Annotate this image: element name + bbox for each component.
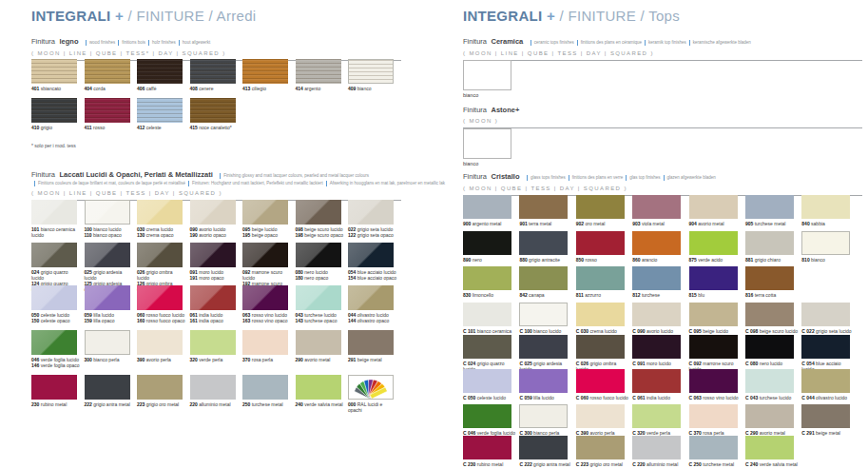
swatch-cell: 054 blue acciaio lucido154 blue acciaio … <box>348 243 401 285</box>
swatch-label: C 091 moro lucido <box>632 361 688 366</box>
swatch-label: 406 caffè <box>137 86 190 91</box>
swatch-row: 050 celeste lucido150 celeste opaco059 l… <box>31 285 401 330</box>
swatch-label: 411 rosso <box>85 125 138 130</box>
swatch-label-line: 101 bianco ceramica lucido <box>31 226 81 238</box>
swatch-label: 860 arancio <box>632 257 688 263</box>
swatch-label: 030 crema lucido130 crema opaco <box>137 226 190 238</box>
swatch-cell: 409 bianco <box>348 59 401 98</box>
swatch-label-line: C 022 grigio seta lucido <box>801 328 854 334</box>
swatch-label-line: 830 limoncello <box>463 292 515 298</box>
color-swatch-C101 <box>463 303 511 326</box>
swatch-cell: C 223 grigio oro metal <box>576 436 632 467</box>
swatch-label: C 050 celeste lucido <box>463 395 519 401</box>
swatch-cell: 840 sabbia <box>801 195 858 231</box>
color-swatch-860 <box>632 231 681 255</box>
swatch-label: 413 ciliegio <box>242 86 296 91</box>
swatch-cell: C 370 rosa perla <box>689 404 745 436</box>
color-swatch-043 <box>296 285 341 310</box>
language-labels: glass tops finishesfinitions des plans e… <box>524 175 716 180</box>
swatch-label: 290 avorio metal <box>296 357 349 362</box>
swatch-label-line: C 250 turchese metal <box>689 461 742 467</box>
swatch-row: 230 rubino metal222 grigio antra metal22… <box>31 375 401 413</box>
swatch-label: 900 argento metal <box>463 221 519 226</box>
color-swatch-222 <box>85 375 130 400</box>
swatch-label-line: C 095 beige lucido <box>689 328 742 334</box>
color-swatch-026 <box>137 243 183 267</box>
swatch-label: C 030 crema lucido <box>576 328 632 334</box>
swatch-label: 812 turchese <box>632 292 688 298</box>
color-swatch-413 <box>242 59 288 84</box>
swatch-cell: 026 grigio ombra lucido126 grigio ombra … <box>137 243 190 285</box>
swatch-label-line: 905 turchese metal <box>745 221 798 226</box>
wood-swatch-grid: 401 sbiancato404 corda406 caffè408 cener… <box>31 59 401 130</box>
color-swatch-902 <box>576 195 625 219</box>
color-swatch-044 <box>348 285 394 310</box>
color-swatch-840 <box>801 195 850 219</box>
color-swatch-054 <box>348 243 394 267</box>
swatch-label-line: 300 bianco perla <box>85 357 134 362</box>
swatch-label-line: 415 noce canaletto* <box>190 125 240 130</box>
color-swatch-401 <box>31 59 77 84</box>
swatch-cell: 223 grigio oro metal <box>137 375 190 413</box>
swatch-label-line: 291 beige metal <box>348 357 397 362</box>
swatch-row: C 230 rubino metalC 222 grigio antra met… <box>463 436 862 467</box>
color-swatch-059 <box>85 285 130 310</box>
swatch-label-line: 409 bianco <box>348 86 397 91</box>
swatch-cell: 810 bianco <box>801 231 858 266</box>
color-swatch-100 <box>85 200 130 225</box>
swatch-cell: 101 bianco ceramica lucido <box>31 200 85 243</box>
swatch-label-line: 198 beige scuro opaco <box>296 232 345 238</box>
swatch-label: C 098 beige scuro lucido <box>745 328 801 334</box>
swatch-label: 830 limoncello <box>463 292 519 298</box>
color-swatch-063 <box>242 285 288 310</box>
swatch-label: C 240 verde salvia metal <box>745 461 801 467</box>
swatch-label-line: C 050 celeste lucido <box>463 395 515 401</box>
model-list: ( MOON | LINE | QUBE | TESS | DAY | SQUA… <box>463 49 862 57</box>
swatch-cell: 415 noce canaletto* <box>190 98 243 130</box>
swatch-label-line: 161 india opaco <box>190 318 240 323</box>
color-swatch-810 <box>801 231 850 255</box>
swatch-cell: 410 grigio <box>31 98 85 130</box>
swatch-cell: 044 olivastro lucido144 olivastro opaco <box>348 285 401 330</box>
color-swatch-881 <box>745 231 794 255</box>
swatch-cell: 903 viola metal <box>632 195 688 231</box>
swatch-cell: 000 RAL lucidi e opachi <box>348 375 401 413</box>
swatch-row: 890 nero880 grigio antracite850 rosso860… <box>463 231 862 266</box>
color-swatch-830 <box>463 266 511 290</box>
swatch-label: C 223 grigio oro metal <box>576 461 632 467</box>
swatch-label: 842 canapa <box>519 292 575 298</box>
color-swatch-091 <box>190 243 236 267</box>
finitura-prefix: Finitura <box>463 172 487 181</box>
separator-bar <box>326 181 327 186</box>
swatch-label-line: 880 grigio antracite <box>519 257 571 263</box>
color-swatch-C050 <box>463 369 511 393</box>
swatch-label-line: C 060 rosso fuoco lucido <box>576 395 628 401</box>
swatch-label: 890 nero <box>463 257 519 263</box>
swatch-label-line: 812 turchese <box>632 292 685 298</box>
swatch-cell: 816 terra cotta <box>745 266 801 303</box>
swatch-label-line: C 240 verde salvia metal <box>745 461 798 467</box>
swatch-label-line: 222 grigio antra metal <box>85 401 134 407</box>
finitura-name: Astone+ <box>491 106 519 114</box>
color-swatch-C230 <box>463 436 511 459</box>
swatch-cell: 024 grigio quarzo lucido124 grigio quarz… <box>31 243 85 285</box>
swatch-label-line: C 220 alluminio metal <box>632 461 685 467</box>
finitura-name: Cristallo <box>491 172 519 181</box>
swatch-label: 810 bianco <box>801 257 858 263</box>
swatch-label-line: 180 nero opaco <box>296 275 345 281</box>
swatch-label: 840 sabbia <box>801 221 858 226</box>
color-swatch-C022 <box>801 303 850 326</box>
swatch-cell: 875 verde acido <box>689 231 745 266</box>
color-swatch-C091 <box>632 335 681 359</box>
swatch-label-line: 902 oro metal <box>576 221 628 226</box>
swatch-cell: 812 turchese <box>632 266 688 303</box>
swatch-label-line: 842 canapa <box>519 292 571 298</box>
swatch-label-line: 815 blu <box>689 292 742 298</box>
color-swatch-C046 <box>463 404 511 428</box>
swatch-label-line: 223 grigio oro metal <box>137 401 186 407</box>
swatch-label-line: C 222 grigio antra metal <box>519 461 571 467</box>
swatch-cell: C 054 blue acciaio lucido <box>801 335 858 369</box>
color-swatch-ceramica-bianco <box>463 60 511 90</box>
swatch-cell: 902 oro metal <box>576 195 632 231</box>
swatch-label-line: 195 beige opaco <box>242 232 292 238</box>
